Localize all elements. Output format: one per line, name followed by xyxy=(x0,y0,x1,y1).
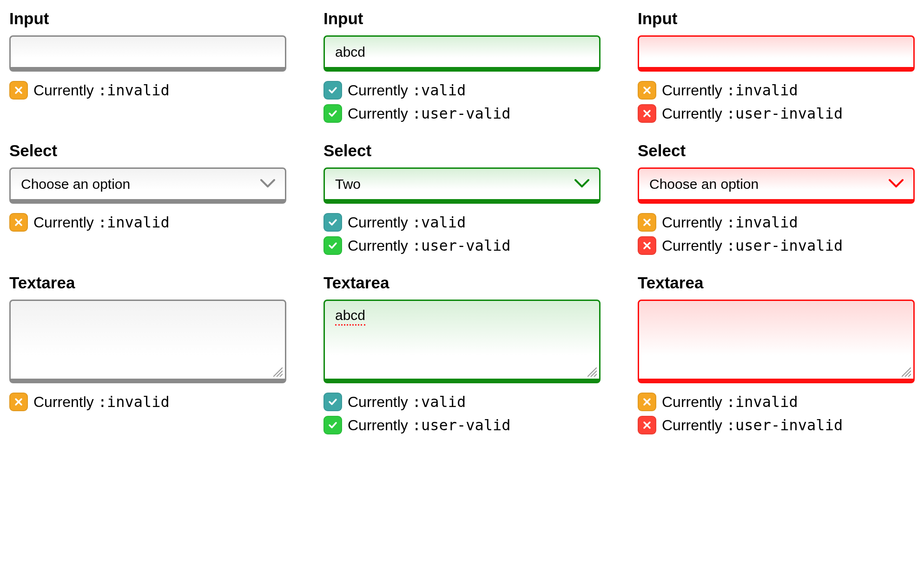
status-valid: Currently :valid xyxy=(323,81,601,100)
input-cell-valid: Input Currently :valid Currently :user-v… xyxy=(323,9,601,123)
x-icon-orange xyxy=(9,213,28,232)
textarea-cell-invalid: Textarea Currently :invalid Currently :u… xyxy=(638,273,915,434)
check-icon-teal xyxy=(323,213,342,232)
select-neutral[interactable]: Choose an option xyxy=(9,167,286,204)
x-icon-red xyxy=(638,104,656,123)
textarea-label: Textarea xyxy=(323,273,601,292)
status-user-invalid: Currently :user-invalid xyxy=(638,236,915,255)
status-user-invalid: Currently :user-invalid xyxy=(638,416,915,434)
status-invalid: Currently :invalid xyxy=(9,213,286,232)
input-label: Input xyxy=(638,9,915,28)
status-user-valid: Currently :user-valid xyxy=(323,236,601,255)
status-user-invalid: Currently :user-invalid xyxy=(638,104,915,123)
x-icon-orange xyxy=(638,213,656,232)
x-icon-orange xyxy=(9,81,28,100)
textarea-label: Textarea xyxy=(638,273,915,292)
check-icon-green xyxy=(323,104,342,123)
select-cell-valid: Select Two Currently :valid Currently :u… xyxy=(323,141,601,255)
status-invalid: Currently :invalid xyxy=(9,393,286,411)
check-icon-teal xyxy=(323,81,342,100)
input-label: Input xyxy=(323,9,601,28)
textarea-cell-valid: Textarea abcd Currently :valid Currently… xyxy=(323,273,601,434)
textarea-valid[interactable]: abcd xyxy=(323,300,601,383)
check-icon-green xyxy=(323,416,342,434)
text-input-valid[interactable] xyxy=(323,35,601,72)
x-icon-orange xyxy=(9,393,28,411)
select-label: Select xyxy=(9,141,286,160)
select-invalid[interactable]: Choose an option xyxy=(638,167,915,204)
input-cell-neutral: Input Currently :invalid xyxy=(9,9,286,123)
text-input-neutral[interactable] xyxy=(9,35,286,72)
textarea-cell-neutral: Textarea Currently :invalid xyxy=(9,273,286,434)
status-user-valid: Currently :user-valid xyxy=(323,104,601,123)
textarea-value: abcd xyxy=(335,307,365,326)
status-invalid: Currently :invalid xyxy=(638,393,915,411)
textarea-neutral[interactable] xyxy=(9,300,286,383)
status-valid: Currently :valid xyxy=(323,213,601,232)
text-input-invalid[interactable] xyxy=(638,35,915,72)
select-valid[interactable]: Two xyxy=(323,167,601,204)
textarea-label: Textarea xyxy=(9,273,286,292)
textarea-invalid[interactable] xyxy=(638,300,915,383)
status-invalid: Currently :invalid xyxy=(638,213,915,232)
x-icon-orange xyxy=(638,393,656,411)
input-label: Input xyxy=(9,9,286,28)
check-icon-green xyxy=(323,236,342,255)
x-icon-red xyxy=(638,236,656,255)
select-cell-neutral: Select Choose an option Currently :inval… xyxy=(9,141,286,255)
select-value: Choose an option xyxy=(649,176,759,192)
input-cell-invalid: Input Currently :invalid Currently :user… xyxy=(638,9,915,123)
status-invalid: Currently :invalid xyxy=(638,81,915,100)
select-cell-invalid: Select Choose an option Currently :inval… xyxy=(638,141,915,255)
check-icon-teal xyxy=(323,393,342,411)
select-value: Two xyxy=(335,176,361,192)
x-icon-red xyxy=(638,416,656,434)
x-icon-orange xyxy=(638,81,656,100)
status-invalid: Currently :invalid xyxy=(9,81,286,100)
status-valid: Currently :valid xyxy=(323,393,601,411)
select-value: Choose an option xyxy=(21,176,130,192)
select-label: Select xyxy=(323,141,601,160)
select-label: Select xyxy=(638,141,915,160)
status-user-valid: Currently :user-valid xyxy=(323,416,601,434)
